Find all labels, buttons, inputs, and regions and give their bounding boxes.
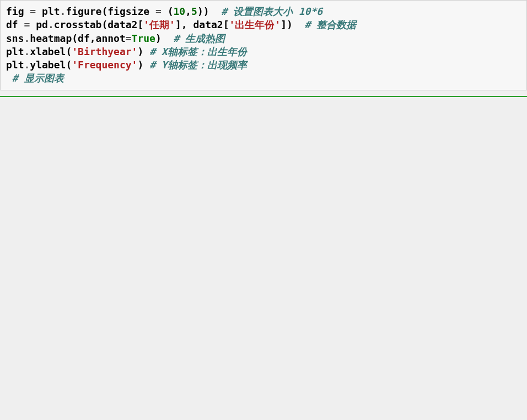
token: ) [137, 46, 149, 57]
code-line-4: plt.xlabel('Birthyear') # X轴标签：出生年份 [6, 46, 247, 57]
token: sns [6, 33, 24, 44]
token: = [126, 33, 132, 44]
token: True [132, 33, 155, 44]
token: 10 [174, 6, 186, 17]
token: '出生年份' [229, 19, 281, 30]
token: xlabel( [30, 46, 72, 57]
token: plt [36, 6, 60, 17]
token: '任期' [143, 19, 175, 30]
token: , [185, 6, 191, 17]
comment: # 显示图表 [12, 72, 64, 84]
token: . [24, 46, 30, 57]
token: ]) [281, 19, 304, 30]
code-line-1: fig = plt.figure(figsize = (10,5)) # 设置图… [6, 6, 322, 17]
comment: # Y轴标签：出现频率 [149, 59, 247, 71]
token: . [24, 59, 30, 71]
token: plt [6, 59, 24, 71]
comment: # 设置图表大小 10*6 [221, 6, 322, 17]
comment: # X轴标签：出生年份 [149, 46, 247, 57]
token: = [24, 19, 30, 30]
code-cell[interactable]: fig = plt.figure(figsize = (10,5)) # 设置图… [0, 0, 527, 90]
cell-output-divider [0, 96, 527, 97]
token [6, 72, 12, 84]
code-line-6: # 显示图表 [6, 72, 64, 84]
token: figure(figsize [66, 6, 155, 17]
token: )) [197, 6, 221, 17]
token: pd [30, 19, 48, 30]
token: . [60, 6, 66, 17]
token: 'Frequency' [72, 59, 137, 71]
token: = [155, 6, 162, 17]
comment: # 整合数据 [305, 19, 357, 30]
token: ) [137, 59, 149, 71]
token: . [48, 19, 54, 30]
output-area [0, 108, 527, 420]
token: 'Birthyear' [72, 46, 137, 57]
token: fig [6, 6, 30, 17]
token: = [30, 6, 36, 17]
token: 5 [191, 6, 197, 17]
comment: # 生成热图 [173, 33, 225, 44]
token: heatmap(df,annot [30, 33, 125, 44]
token: ) [155, 33, 174, 44]
token: plt [6, 46, 24, 57]
token: ], data2[ [175, 19, 229, 30]
token: ( [162, 6, 174, 17]
code-line-2: df = pd.crosstab(data2['任期'], data2['出生年… [6, 19, 356, 30]
token: crosstab(data2[ [54, 19, 144, 30]
token: ylabel( [30, 59, 72, 71]
token: df [6, 19, 24, 30]
token: . [24, 33, 30, 44]
code-line-5: plt.ylabel('Frequency') # Y轴标签：出现频率 [6, 59, 247, 71]
code-line-3: sns.heatmap(df,annot=True) # 生成热图 [6, 33, 225, 44]
